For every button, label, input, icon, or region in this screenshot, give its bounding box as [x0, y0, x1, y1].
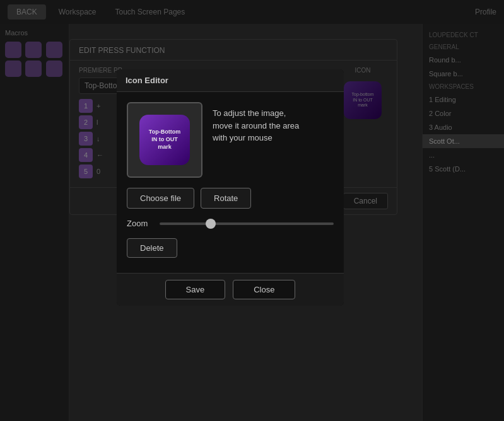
rotate-button[interactable]: Rotate	[201, 188, 251, 209]
icon-editor-modal: Icon Editor Top-Bottom IN to OUT mark To…	[117, 69, 344, 306]
modal-close-button[interactable]: Close	[233, 280, 295, 299]
modal-top-row: Top-Bottom IN to OUT mark To adjust the …	[127, 102, 334, 178]
icon-inner-image: Top-Bottom IN to OUT mark	[139, 115, 190, 165]
zoom-label: Zoom	[127, 219, 152, 228]
icon-preview-large[interactable]: Top-Bottom IN to OUT mark	[127, 102, 202, 178]
modal-header: Icon Editor	[117, 69, 344, 92]
modal-footer: Save Close	[117, 273, 344, 306]
modal-instruction: To adjust the image, move it around the …	[213, 102, 299, 144]
modal-body: Top-Bottom IN to OUT mark To adjust the …	[117, 92, 344, 273]
choose-file-button[interactable]: Choose file	[127, 188, 194, 209]
zoom-slider[interactable]	[160, 222, 334, 225]
modal-save-button[interactable]: Save	[165, 280, 226, 299]
zoom-row: Zoom	[127, 219, 334, 228]
delete-btn-row: Delete	[127, 238, 334, 258]
delete-icon-button[interactable]: Delete	[127, 238, 177, 258]
modal-buttons-row: Choose file Rotate	[127, 188, 334, 209]
